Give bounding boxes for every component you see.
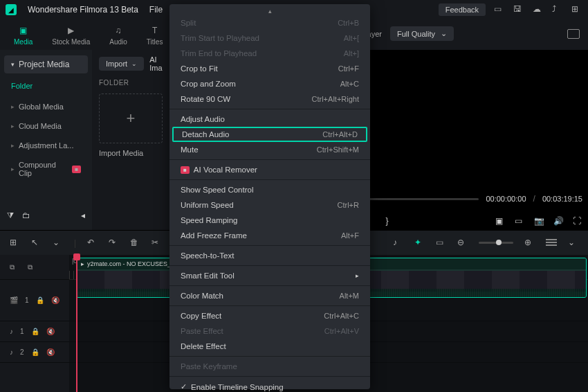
context-menu-separator bbox=[169, 305, 370, 306]
quality-select[interactable]: Full Quality ⌄ bbox=[390, 26, 454, 41]
zoom-handle[interactable] bbox=[496, 240, 502, 245]
context-menu-item-speech-to-text[interactable]: Speech-to-Text bbox=[169, 248, 370, 263]
context-menu-item-mute[interactable]: MuteCtrl+Shift+M bbox=[169, 142, 370, 157]
collapse-icon[interactable]: ◂ bbox=[81, 211, 85, 220]
context-menu-label: Detach Audio bbox=[182, 130, 229, 139]
sidebar-folder-label[interactable]: Folder bbox=[4, 76, 88, 96]
mute-icon[interactable]: 🔇 bbox=[46, 348, 55, 356]
context-menu-item-delete-effect[interactable]: Delete Effect bbox=[169, 339, 370, 354]
context-menu-item-detach-audio[interactable]: Detach AudioCtrl+Alt+D bbox=[172, 127, 367, 142]
context-menu-separator bbox=[169, 245, 370, 246]
redo-icon[interactable]: ↷ bbox=[109, 238, 119, 248]
tab-media[interactable]: ▣ Media bbox=[11, 23, 35, 47]
audio-sync-icon[interactable]: ♪ bbox=[393, 238, 403, 248]
lock-icon[interactable]: 🔒 bbox=[36, 296, 44, 304]
context-menu-item-ai-vocal-remover[interactable]: ■AI Vocal Remover bbox=[169, 162, 370, 177]
playhead[interactable] bbox=[76, 255, 77, 392]
context-menu-label: Delete Effect bbox=[181, 342, 226, 350]
zoom-out-icon[interactable]: ⊖ bbox=[457, 238, 468, 248]
shortcut-label: Ctrl+Alt+Right bbox=[312, 95, 359, 103]
zoom-in-icon[interactable]: ⊕ bbox=[524, 238, 535, 248]
cursor-icon[interactable]: ↖ bbox=[31, 238, 42, 248]
video-icon: 🎬 bbox=[10, 296, 18, 304]
context-menu-item-trim-start-to-playhead: Trim Start to PlayheadAlt+[ bbox=[169, 30, 370, 46]
time-separator: / bbox=[533, 194, 535, 204]
ai-images-button[interactable]: AI Ima bbox=[149, 55, 163, 72]
fullscreen-icon[interactable]: ⛶ bbox=[573, 216, 582, 226]
context-menu-label: Trim Start to Playhead bbox=[181, 34, 259, 42]
tab-stock-media[interactable]: ▶ Stock Media bbox=[49, 23, 93, 47]
track-number: 1 bbox=[25, 296, 29, 304]
layout-icon[interactable]: ⊞ bbox=[10, 238, 20, 248]
video-track-label[interactable]: 🎬 1 🔒 🔇 bbox=[0, 280, 69, 321]
shortcut-label: Ctrl+B bbox=[338, 19, 359, 27]
track-number: 1 bbox=[20, 328, 24, 335]
save-icon[interactable]: 🖫 bbox=[513, 4, 524, 15]
keyframe-icon[interactable]: ✦ bbox=[414, 238, 425, 248]
lock-icon[interactable]: 🔒 bbox=[31, 348, 39, 356]
context-menu-item-copy-effect[interactable]: Copy EffectCtrl+Alt+C bbox=[169, 308, 370, 323]
quality-value: Full Quality bbox=[397, 30, 435, 38]
context-menu-item-show-speed-control[interactable]: Show Speed Control bbox=[169, 182, 370, 197]
context-menu-item-enable-timeline-snapping[interactable]: ✓Enable Timeline Snapping bbox=[169, 379, 370, 392]
chevron-down-icon[interactable]: ⌄ bbox=[568, 238, 578, 248]
context-menu-item-crop-to-fit[interactable]: Crop to FitCtrl+F bbox=[169, 61, 370, 76]
context-menu-label: Adjust Audio bbox=[181, 115, 225, 123]
crop-icon[interactable]: ▣ bbox=[495, 216, 505, 226]
audio-track-2-label[interactable]: ♪ 2 🔒 🔇 bbox=[0, 342, 69, 363]
tab-audio[interactable]: ♫ Audio bbox=[107, 23, 130, 47]
apps-icon[interactable]: ⊞ bbox=[571, 4, 582, 15]
menu-file[interactable]: File bbox=[149, 5, 163, 15]
app-logo: ◢ bbox=[6, 4, 17, 15]
link-icon[interactable]: ⧉ bbox=[28, 263, 36, 271]
context-menu-item-split: SplitCtrl+B bbox=[169, 15, 370, 30]
audio-track-1-label[interactable]: ♪ 1 🔒 🔇 bbox=[0, 321, 69, 342]
cut-icon[interactable]: ✂ bbox=[151, 238, 162, 248]
timeline-toggle-icon[interactable]: ⧉ bbox=[10, 263, 18, 271]
import-media-tile[interactable]: + bbox=[99, 93, 163, 143]
cloud-icon[interactable]: ☁ bbox=[533, 4, 544, 15]
context-menu-item-smart-edit-tool[interactable]: Smart Edit Tool▸ bbox=[169, 268, 370, 283]
mark-out-icon[interactable]: } bbox=[386, 216, 396, 226]
window-icon[interactable]: ▭ bbox=[494, 4, 505, 15]
tab-titles[interactable]: T Titles bbox=[144, 23, 166, 47]
context-menu-item-color-match[interactable]: Color MatchAlt+M bbox=[169, 288, 370, 303]
context-menu-separator bbox=[169, 285, 370, 286]
context-menu-item-rotate-90-cw[interactable]: Rotate 90 CWCtrl+Alt+Right bbox=[169, 91, 370, 107]
track-view-icon[interactable] bbox=[546, 239, 557, 247]
compare-icon[interactable]: ▭ bbox=[515, 216, 524, 226]
filter-icon[interactable]: ⧩ bbox=[7, 211, 14, 220]
scroll-up-icon[interactable]: ▴ bbox=[169, 7, 370, 15]
context-menu-item-speed-ramping[interactable]: Speed Ramping bbox=[169, 213, 370, 228]
new-badge: ■ bbox=[72, 166, 81, 173]
context-menu-item-crop-and-zoom[interactable]: Crop and ZoomAlt+C bbox=[169, 76, 370, 91]
shortcut-label: Alt+M bbox=[340, 292, 359, 300]
mute-icon[interactable]: 🔇 bbox=[46, 328, 55, 335]
sidebar-project-media[interactable]: ▾ Project Media bbox=[4, 55, 88, 73]
marker-icon[interactable]: ▭ bbox=[436, 238, 446, 248]
snapshot-icon[interactable]: 📷 bbox=[534, 216, 544, 226]
context-menu-item-add-freeze-frame[interactable]: Add Freeze FrameAlt+F bbox=[169, 228, 370, 243]
sidebar-item-compound-clip[interactable]: ▸Compound Clip■ bbox=[4, 157, 88, 181]
sidebar-item-adjustment-layer[interactable]: ▸Adjustment La... bbox=[4, 137, 88, 154]
context-menu-item-uniform-speed[interactable]: Uniform SpeedCtrl+R bbox=[169, 197, 370, 213]
audio-icon: ♪ bbox=[10, 348, 13, 356]
delete-icon[interactable]: 🗑 bbox=[130, 238, 140, 248]
shortcut-label: Ctrl+Alt+C bbox=[324, 312, 359, 320]
folder-icon[interactable]: 🗀 bbox=[22, 211, 30, 220]
context-menu-item-adjust-audio[interactable]: Adjust Audio bbox=[169, 112, 370, 127]
undo-icon[interactable]: ↶ bbox=[87, 238, 98, 248]
mute-icon[interactable]: 🔇 bbox=[51, 296, 59, 304]
feedback-button[interactable]: Feedback bbox=[439, 3, 486, 16]
volume-icon[interactable]: 🔊 bbox=[553, 216, 563, 226]
import-button[interactable]: Import ⌄ bbox=[99, 57, 144, 71]
sidebar-item-global-media[interactable]: ▸Global Media bbox=[4, 98, 88, 115]
chevron-down-icon[interactable]: ⌄ bbox=[53, 238, 63, 248]
export-icon[interactable]: ⤴ bbox=[552, 4, 563, 15]
lock-icon[interactable]: 🔒 bbox=[31, 328, 39, 335]
track-header-toggle: ⧉ ⧉ bbox=[0, 255, 69, 280]
sidebar-item-cloud-media[interactable]: ▸Cloud Media bbox=[4, 118, 88, 134]
ai-badge: ■ bbox=[181, 166, 190, 174]
zoom-slider[interactable] bbox=[479, 242, 513, 244]
snapshot-icon[interactable] bbox=[567, 29, 580, 39]
